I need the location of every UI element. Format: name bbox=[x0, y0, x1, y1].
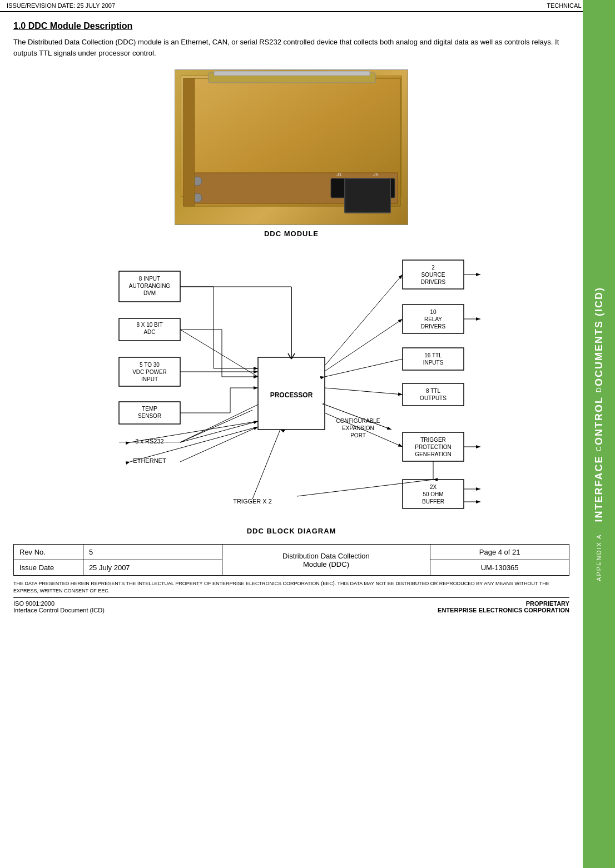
bottom-footer: ISO 9001:2000Interface Control Document … bbox=[13, 597, 569, 613]
ddc-image-container: J1 J5 DDC MODULE bbox=[13, 69, 569, 238]
svg-text:8 INPUT: 8 INPUT bbox=[139, 276, 160, 282]
svg-text:RELAY: RELAY bbox=[424, 316, 442, 322]
svg-rect-3 bbox=[186, 173, 398, 203]
svg-text:INPUTS: INPUTS bbox=[423, 360, 444, 366]
svg-text:J1: J1 bbox=[336, 172, 342, 177]
svg-text:SOURCE: SOURCE bbox=[421, 272, 445, 278]
distribution-label: Distribution Data CollectionModule (DDC) bbox=[222, 545, 430, 576]
svg-text:DRIVERS: DRIVERS bbox=[421, 323, 446, 330]
svg-text:INPUT: INPUT bbox=[141, 376, 158, 382]
svg-text:50 OHM: 50 OHM bbox=[423, 491, 443, 497]
block-diagram-svg: PROCESSOR 8 INPUT AUTORANGING DVM 8 X 10… bbox=[102, 249, 480, 521]
svg-text:2: 2 bbox=[432, 265, 435, 271]
svg-rect-46 bbox=[403, 383, 464, 406]
svg-text:TRIGGER: TRIGGER bbox=[420, 437, 446, 443]
header-left: ISSUE/REVISION DATE: 25 JULY 2007 bbox=[7, 2, 115, 9]
issue-value: 25 July 2007 bbox=[83, 560, 222, 576]
svg-rect-43 bbox=[403, 348, 464, 370]
ddc-image-label: DDC MODULE bbox=[264, 230, 319, 238]
top-header: ISSUE/REVISION DATE: 25 JULY 2007 TECHNI… bbox=[0, 0, 615, 12]
rev-value: 5 bbox=[83, 545, 222, 560]
right-sidebar: APPENDIX A INTERFACE CONTROL DOCUMENTS (… bbox=[583, 0, 615, 868]
svg-text:DVM: DVM bbox=[143, 290, 156, 296]
svg-line-82 bbox=[252, 430, 280, 499]
page-label: Page 4 of 21 bbox=[430, 545, 569, 560]
svg-text:PROTECTION: PROTECTION bbox=[415, 444, 452, 450]
ddc-module-image: J1 J5 bbox=[175, 69, 408, 225]
rev-label: Rev No. bbox=[14, 545, 83, 560]
bottom-left: ISO 9001:2000Interface Control Document … bbox=[13, 600, 105, 613]
svg-text:AUTORANGING: AUTORANGING bbox=[129, 283, 170, 289]
svg-text:5 TO 30: 5 TO 30 bbox=[140, 362, 160, 368]
svg-text:PROCESSOR: PROCESSOR bbox=[270, 391, 313, 399]
footer-table: Rev No. 5 Distribution Data CollectionMo… bbox=[13, 544, 569, 576]
svg-rect-2 bbox=[214, 71, 370, 76]
bottom-right: PROPRIETARYENTERPRISE ELECTRONICS CORPOR… bbox=[438, 600, 569, 613]
svg-text:TEMP: TEMP bbox=[142, 406, 157, 412]
svg-text:OUTPUTS: OUTPUTS bbox=[420, 395, 447, 401]
svg-text:ADC: ADC bbox=[143, 329, 155, 335]
svg-text:16 TTL: 16 TTL bbox=[424, 352, 442, 358]
svg-text:BUFFER: BUFFER bbox=[422, 498, 444, 505]
intro-text: The Distributed Data Collection (DDC) mo… bbox=[13, 37, 569, 58]
disclaimer-text: THE DATA PRESENTED HEREIN REPRESENTS THE… bbox=[13, 580, 569, 594]
main-content: 1.0 DDC Module Description The Distribut… bbox=[0, 12, 583, 622]
svg-text:VDC POWER: VDC POWER bbox=[132, 369, 167, 375]
svg-line-77 bbox=[180, 410, 252, 442]
svg-text:8 TTL: 8 TTL bbox=[426, 388, 440, 394]
svg-text:ETHERNET: ETHERNET bbox=[133, 457, 166, 464]
svg-line-75 bbox=[180, 405, 258, 442]
diagram-label: DDC BLOCK DIAGRAM bbox=[247, 527, 336, 535]
section-title: 1.0 DDC Module Description bbox=[13, 21, 569, 31]
sidebar-text: APPENDIX A INTERFACE CONTROL DOCUMENTS (… bbox=[593, 287, 605, 581]
svg-rect-5 bbox=[367, 178, 395, 198]
svg-rect-10 bbox=[183, 78, 195, 206]
svg-text:2X: 2X bbox=[430, 484, 437, 490]
svg-line-88 bbox=[325, 388, 403, 395]
svg-text:DRIVERS: DRIVERS bbox=[421, 279, 446, 285]
svg-line-87 bbox=[325, 359, 403, 377]
svg-text:EXPANSION: EXPANSION bbox=[342, 425, 374, 431]
doc-number: UM-130365 bbox=[430, 560, 569, 576]
svg-line-64 bbox=[180, 330, 258, 377]
issue-label: Issue Date bbox=[14, 560, 83, 576]
svg-text:PORT: PORT bbox=[350, 432, 366, 438]
block-diagram-container: PROCESSOR 8 INPUT AUTORANGING DVM 8 X 10… bbox=[13, 249, 569, 535]
svg-line-85 bbox=[325, 319, 403, 371]
svg-text:8 X 10 BIT: 8 X 10 BIT bbox=[136, 322, 162, 328]
svg-text:SENSOR: SENSOR bbox=[138, 413, 161, 419]
svg-text:J5: J5 bbox=[373, 172, 379, 177]
svg-rect-4 bbox=[331, 178, 361, 198]
svg-line-83 bbox=[325, 275, 403, 366]
svg-text:10: 10 bbox=[430, 309, 437, 315]
svg-text:GENERATION: GENERATION bbox=[415, 451, 451, 457]
